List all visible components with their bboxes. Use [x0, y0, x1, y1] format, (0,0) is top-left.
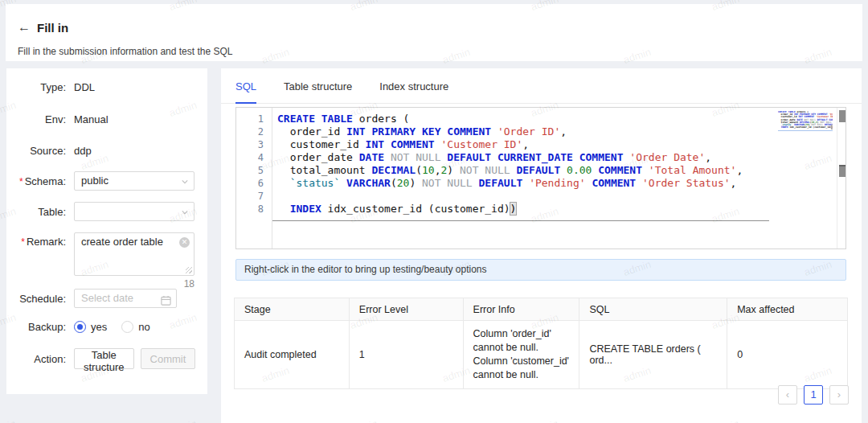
page: adminadminadminadminadminadminadminadmin…	[0, 0, 868, 423]
code-line: 6 `status` VARCHAR(20) NOT NULL DEFAULT …	[236, 177, 836, 190]
schedule-date-input[interactable]: Select date	[74, 289, 177, 308]
code-text: INDEX idx_customer_id (customer_id))	[271, 203, 516, 216]
sql-panel: SQL Table structure Index structure 1CRE…	[221, 68, 862, 423]
editor-hint-bar: Right-click in the editor to bring up te…	[235, 259, 846, 281]
prev-page-button[interactable]: ‹	[778, 385, 797, 405]
table-structure-button[interactable]: Table structure	[74, 348, 134, 369]
schedule-placeholder: Select date	[81, 292, 133, 304]
watermark: admin	[168, 417, 199, 423]
line-number: 7	[236, 190, 271, 203]
tab-index-structure[interactable]: Index structure	[379, 68, 448, 103]
next-page-button[interactable]: ›	[829, 385, 849, 405]
table-label: Table:	[19, 206, 66, 218]
table-header-row: Stage Error Level Error Info SQL Max aff…	[235, 298, 848, 321]
form-row-backup: Backup: yes no	[19, 321, 194, 333]
page-subtitle: Fill in the submission information and t…	[18, 46, 232, 57]
form-row-source: Source: ddp	[19, 145, 194, 157]
code-line: 2 order_id INT PRIMARY KEY COMMENT 'Orde…	[236, 125, 836, 138]
code-text: order_date DATE NOT NULL DEFAULT CURRENT…	[271, 151, 711, 164]
page-title: Fill in	[37, 21, 68, 35]
chevron-down-icon	[182, 179, 188, 185]
type-value: DDL	[74, 81, 95, 93]
type-label: Type:	[19, 81, 66, 93]
cell-sql: CREATE TABLE orders ( ord...	[579, 321, 727, 389]
clear-circle-icon[interactable]: ✕	[179, 237, 190, 248]
code-line: 3 customer_id INT COMMENT 'Customer ID',	[236, 138, 836, 151]
col-max-affected: Max affected	[727, 298, 848, 321]
remark-label: *Remark:	[19, 232, 66, 248]
page-1-button[interactable]: 1	[804, 385, 823, 405]
source-value: ddp	[74, 145, 92, 157]
backup-radio-no[interactable]: no	[121, 321, 149, 333]
line-number: 6	[236, 177, 271, 190]
code-text: customer_id INT COMMENT 'Customer ID',	[271, 138, 529, 151]
env-label: Env:	[19, 113, 66, 125]
form-row-env: Env: Manual	[19, 113, 194, 125]
calendar-icon	[161, 294, 171, 311]
line-number: 3	[236, 138, 271, 151]
editor-scrollbar[interactable]	[837, 108, 845, 248]
radio-icon	[74, 321, 86, 333]
scrollbar-thumb[interactable]	[839, 110, 845, 122]
col-error-level: Error Level	[349, 298, 463, 321]
required-asterisk: *	[21, 236, 25, 248]
line-number: 5	[236, 164, 271, 177]
minimap-line: INDEX idx_customer_id (customer_id))	[778, 126, 833, 129]
form-row-table: Table:	[19, 202, 194, 221]
line-number: 2	[236, 125, 271, 138]
schema-label: *Schema:	[19, 175, 66, 187]
watermark: admin	[0, 417, 18, 423]
radio-icon	[121, 321, 133, 333]
cell-max-affected: 0	[727, 321, 848, 389]
pagination: ‹ 1 ›	[778, 385, 849, 405]
line-number: 1	[236, 113, 271, 125]
table-select[interactable]	[74, 202, 194, 221]
cell-stage: Audit completed	[235, 321, 350, 389]
backup-label: Backup:	[19, 321, 66, 333]
form-row-schema: *Schema: public	[19, 171, 194, 191]
commit-button[interactable]: Commit	[141, 348, 196, 369]
code-line: 5 total_amount DECIMAL(10,2) NOT NULL DE…	[236, 164, 836, 177]
remark-text: create order table	[81, 236, 163, 248]
remark-textarea[interactable]: create order table ✕	[74, 232, 194, 276]
code-line: 1CREATE TABLE orders (	[236, 113, 836, 125]
tab-bar: SQL Table structure Index structure	[221, 68, 862, 104]
form-row-remark: *Remark: create order table ✕	[19, 232, 194, 276]
back-arrow-icon[interactable]: ←	[18, 20, 37, 35]
tab-sql[interactable]: SQL	[235, 68, 256, 103]
line-number: 4	[236, 151, 271, 164]
tab-table-structure[interactable]: Table structure	[284, 68, 352, 103]
resize-grip-icon[interactable]	[186, 267, 192, 273]
scrollbar-thumb[interactable]	[839, 166, 845, 177]
header: ← Fill in Fill in the submission informa…	[6, 4, 862, 61]
remark-char-count: 18	[184, 278, 194, 290]
cell-error-level: 1	[349, 321, 463, 389]
col-error-info: Error Info	[463, 298, 579, 321]
editor-minimap: CREATE TABLE orders ( order_id INT PRIMA…	[778, 111, 833, 131]
col-sql: SQL	[579, 298, 727, 321]
cursor-line-underline	[272, 220, 769, 221]
col-stage: Stage	[235, 298, 350, 321]
source-label: Source:	[19, 145, 66, 157]
code-line: 8 INDEX idx_customer_id (customer_id))	[236, 203, 836, 216]
line-number: 8	[236, 203, 271, 216]
radio-label: yes	[91, 321, 107, 333]
radio-label: no	[138, 321, 149, 333]
code-text: `status` VARCHAR(20) NOT NULL DEFAULT 'P…	[271, 177, 736, 190]
submission-form-panel: Type: DDL Env: Manual Source: ddp *Schem…	[6, 68, 207, 394]
table-row: Audit completed 1 Column 'order_id' cann…	[235, 321, 848, 389]
code-line: 4 order_date DATE NOT NULL DEFAULT CURRE…	[236, 151, 836, 164]
action-label: Action:	[19, 353, 66, 365]
form-row-schedule: Schedule: Select date	[19, 289, 194, 308]
form-row-type: Type: DDL	[19, 81, 194, 93]
code-text: total_amount DECIMAL(10,2) NOT NULL DEFA…	[271, 164, 743, 177]
code-text: CREATE TABLE orders (	[271, 113, 409, 125]
sql-code-editor[interactable]: 1CREATE TABLE orders (2 order_id INT PRI…	[235, 107, 846, 249]
schema-select[interactable]: public	[74, 171, 194, 191]
chevron-down-icon	[182, 209, 188, 216]
backup-radio-yes[interactable]: yes	[74, 321, 107, 333]
code-line: 7	[236, 190, 836, 203]
env-value: Manual	[74, 113, 108, 125]
code-lines: 1CREATE TABLE orders (2 order_id INT PRI…	[236, 113, 836, 216]
schema-select-value: public	[81, 175, 108, 187]
